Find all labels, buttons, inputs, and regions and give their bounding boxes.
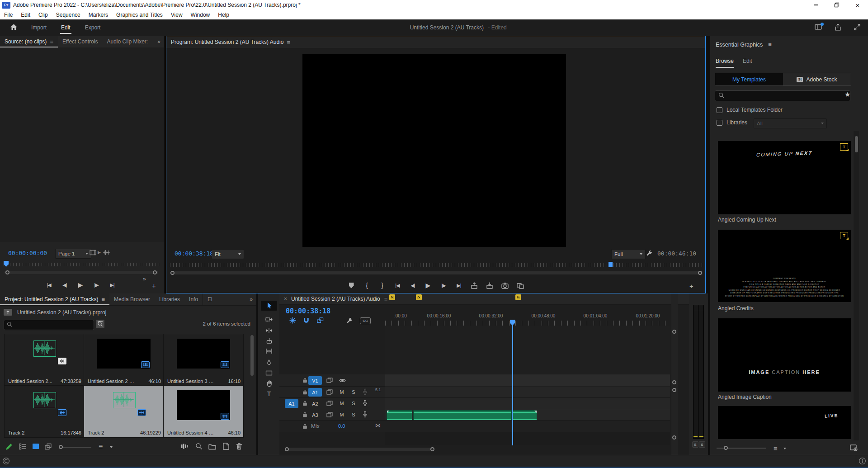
- project-item-sequence-2[interactable]: Untitled Session 3 (AU...16:10: [164, 334, 243, 386]
- drag-video-button[interactable]: [90, 250, 96, 257]
- eg-tab-browse[interactable]: Browse: [716, 58, 734, 68]
- tab-import[interactable]: Import: [24, 19, 54, 36]
- mark-out-button[interactable]: }: [376, 280, 388, 290]
- eg-new-layer-button[interactable]: [849, 444, 858, 453]
- eg-scrollbar-thumb[interactable]: [855, 136, 858, 152]
- step-forward-button[interactable]: |▶: [90, 280, 102, 290]
- sync-lock-icon[interactable]: [326, 378, 333, 384]
- program-timecode[interactable]: 00:00:38:18: [175, 250, 213, 257]
- timeline-zoom-knob-right[interactable]: [430, 447, 434, 451]
- new-bin-button[interactable]: [208, 443, 216, 451]
- maximize-button[interactable]: [826, 0, 847, 10]
- panel-menu-icon[interactable]: ≡: [768, 41, 772, 48]
- play-button[interactable]: ▶: [422, 280, 434, 290]
- timeline-zoom-knob-left[interactable]: [285, 447, 289, 451]
- menu-sequence[interactable]: Sequence: [52, 10, 85, 19]
- mute-button[interactable]: M: [338, 411, 345, 418]
- menu-graphics-titles[interactable]: Graphics and Titles: [112, 10, 167, 19]
- template-label[interactable]: Angled Credits: [718, 305, 754, 312]
- lane-a1[interactable]: [385, 387, 670, 398]
- timeline-playhead-line[interactable]: [512, 321, 513, 445]
- tab-effects-clipped[interactable]: El: [203, 293, 217, 305]
- menu-window[interactable]: Window: [187, 10, 214, 19]
- nest-toggle-button[interactable]: [289, 317, 296, 325]
- close-button[interactable]: ×: [847, 0, 868, 10]
- goto-in-button[interactable]: |◀: [43, 280, 55, 290]
- sync-lock-icon[interactable]: [326, 401, 333, 407]
- audio-clip-1[interactable]: [387, 410, 412, 420]
- eg-sort-button[interactable]: ≡: [774, 444, 778, 452]
- delete-button[interactable]: [236, 443, 243, 451]
- project-item-sequence-3-selected[interactable]: Untitled Session 4 (AU...46:10: [164, 386, 243, 437]
- source-add-button[interactable]: +: [152, 282, 156, 289]
- comparison-view-button[interactable]: [514, 280, 526, 290]
- track-resize-handle[interactable]: [672, 388, 676, 392]
- program-quality-select[interactable]: Full: [611, 249, 646, 259]
- project-search-input[interactable]: [4, 320, 94, 330]
- solo-button[interactable]: S: [350, 411, 357, 418]
- program-video-frame[interactable]: [302, 54, 566, 247]
- export-frame-button[interactable]: [499, 280, 511, 290]
- program-add-button[interactable]: +: [689, 282, 693, 290]
- tab-media-browser[interactable]: Media Browser: [109, 293, 155, 305]
- lock-icon[interactable]: [302, 389, 308, 396]
- track-resize-handle[interactable]: [672, 380, 676, 384]
- project-item-sequence-1[interactable]: Untitled Session 2 (AU...46:10: [84, 334, 164, 386]
- play-button[interactable]: ▶: [75, 280, 86, 290]
- step-forward-button[interactable]: |▶: [438, 280, 449, 290]
- lane-v1[interactable]: [385, 374, 670, 386]
- eg-scrollbar-rail[interactable]: [854, 131, 859, 440]
- tab-libraries[interactable]: Libraries: [155, 293, 184, 305]
- type-tool[interactable]: T: [261, 389, 277, 399]
- search-bin-button[interactable]: [96, 320, 104, 330]
- tab-audio-clip-mixer[interactable]: Audio Clip Mixer:: [102, 36, 152, 47]
- project-item-audio-2[interactable]: Track 216:17846: [5, 386, 84, 437]
- eg-zoom-knob[interactable]: [724, 446, 728, 450]
- find-button[interactable]: [195, 443, 203, 451]
- source-page-select[interactable]: Page 1: [55, 249, 91, 259]
- track-resize-handle[interactable]: [672, 330, 676, 334]
- breadcrumb[interactable]: Untitled Session 2 (AU Tracks).prproj: [17, 309, 106, 316]
- track-select-tool[interactable]: [261, 314, 277, 324]
- program-playhead[interactable]: [609, 262, 613, 267]
- bin-up-button[interactable]: [4, 309, 12, 317]
- sort-button[interactable]: ≡: [99, 443, 103, 451]
- program-scrollbar[interactable]: [170, 271, 703, 274]
- chevron-down-icon[interactable]: [783, 448, 786, 449]
- tab-timeline-sequence[interactable]: × Untitled Session 2 (AU Tracks) Audio ≡: [279, 293, 392, 304]
- close-icon[interactable]: ×: [284, 296, 287, 302]
- fullscreen-button[interactable]: [854, 24, 861, 32]
- panel-menu-icon[interactable]: ≡: [287, 39, 290, 46]
- thumb-zoom-knob[interactable]: [59, 445, 63, 449]
- creative-cloud-icon[interactable]: [2, 457, 10, 466]
- tab-info[interactable]: Info: [184, 293, 203, 305]
- lock-icon[interactable]: [302, 377, 308, 384]
- program-scroll-knob-right[interactable]: [698, 271, 702, 275]
- menu-edit[interactable]: Edit: [17, 10, 34, 19]
- source-more-buttons[interactable]: »: [143, 276, 146, 282]
- automate-sequence-button[interactable]: [181, 443, 189, 451]
- rectangle-tool[interactable]: [261, 368, 277, 378]
- menu-markers[interactable]: Markers: [85, 10, 112, 19]
- ripple-edit-tool[interactable]: [261, 326, 277, 336]
- eye-icon[interactable]: [339, 378, 346, 384]
- template-label[interactable]: Angled Coming Up Next: [718, 217, 776, 223]
- track-a2-button[interactable]: A2: [308, 399, 322, 408]
- source-patch-a1[interactable]: A1: [285, 399, 298, 408]
- quick-export-workspaces-button[interactable]: [815, 24, 822, 32]
- step-back-button[interactable]: ◀|: [59, 280, 71, 290]
- source-ruler[interactable]: [4, 263, 160, 266]
- menu-clip[interactable]: Clip: [34, 10, 52, 19]
- drag-audio-button[interactable]: [103, 250, 110, 257]
- new-item-button[interactable]: [222, 443, 229, 451]
- lane-a2[interactable]: [385, 398, 670, 409]
- program-settings-button[interactable]: [646, 250, 653, 258]
- mark-in-button[interactable]: {: [361, 280, 373, 290]
- share-button[interactable]: [834, 24, 842, 32]
- lock-icon[interactable]: [302, 423, 308, 430]
- eg-search-input[interactable]: [715, 90, 850, 101]
- chevron-down-icon[interactable]: [110, 446, 113, 448]
- extract-button[interactable]: [484, 280, 495, 290]
- freeform-view-button[interactable]: [45, 443, 52, 451]
- mic-icon[interactable]: [362, 388, 368, 397]
